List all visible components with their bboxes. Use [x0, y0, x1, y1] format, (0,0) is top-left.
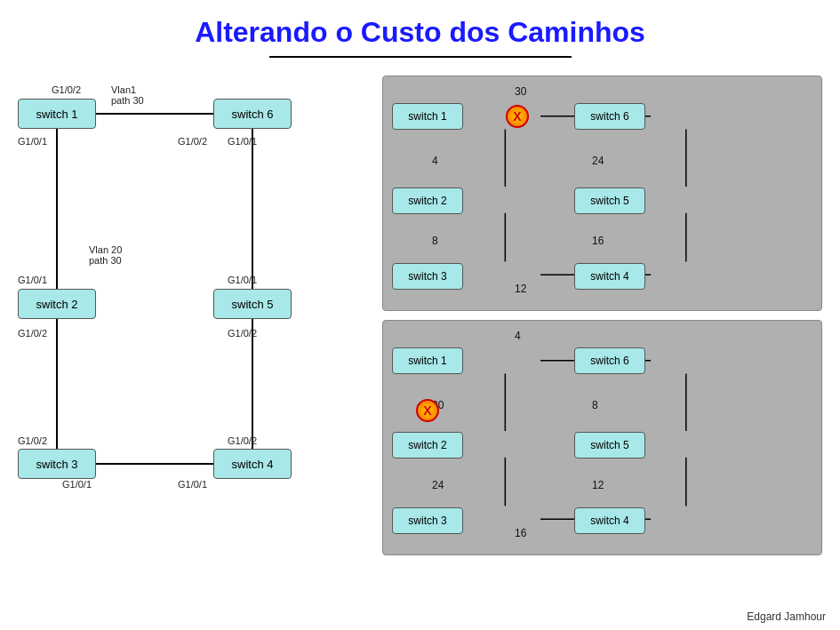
tree2-cost-right2: 12: [592, 479, 604, 491]
tree2-cost-right1: 8: [592, 399, 598, 411]
left-switch3: switch 3: [18, 449, 96, 479]
tree2-sw2: switch 2: [392, 432, 463, 459]
tree1-cost-right2: 16: [592, 235, 604, 247]
port-sw5-top: G1/0/1: [228, 275, 257, 285]
port-sw1-top: G1/0/2: [52, 84, 81, 95]
port-sw3-top: G1/0/2: [18, 435, 47, 446]
x-badge-tree2: X: [416, 399, 439, 422]
page-title: Alterando o Custo dos Caminhos: [0, 0, 840, 56]
tree2-sw6: switch 6: [574, 347, 645, 374]
tree1-cost-left1: 4: [432, 155, 438, 167]
tree2-sw5: switch 5: [574, 432, 645, 459]
x-badge-tree1: X: [506, 105, 529, 128]
tree1-cost-left2: 8: [432, 235, 438, 247]
port-sw5-bot: G1/0/2: [228, 328, 257, 339]
tree2-sw1: switch 1: [392, 347, 463, 374]
tree2-sw4: switch 4: [574, 507, 645, 534]
left-switch4: switch 4: [213, 449, 292, 479]
tree2-panel: X 4 30 8 24 12 16 switch 1 switch 6 swit…: [382, 320, 822, 555]
tree1-cost-bottom: 12: [515, 283, 526, 295]
tree1-sw3: switch 3: [392, 263, 463, 290]
tree1-sw5: switch 5: [574, 187, 645, 214]
port-sw2-top: G1/0/1: [18, 275, 47, 285]
left-switch6: switch 6: [213, 99, 292, 129]
port-sw1-left: G1/0/1: [18, 136, 47, 147]
port-sw4-left: G1/0/1: [178, 479, 207, 490]
tree1-sw2: switch 2: [392, 187, 463, 214]
port-sw6-right: G1/0/1: [228, 136, 257, 147]
tree1-sw4: switch 4: [574, 263, 645, 290]
tree1-sw6: switch 6: [574, 103, 645, 130]
port-sw3-right: G1/0/1: [62, 479, 92, 490]
port-sw4-top: G1/0/2: [228, 435, 257, 446]
tree1-panel: X 30 4 24 8 16 12 switch 1 switch 6 swit…: [382, 76, 822, 311]
tree2-cost-top: 4: [515, 330, 521, 342]
title-underline: [269, 56, 572, 58]
port-sw2-bot: G1/0/2: [18, 328, 47, 339]
vlan1-path: path 30: [111, 95, 144, 106]
tree1-cost-right1: 24: [592, 155, 604, 167]
vlan20-path: path 30: [89, 255, 122, 266]
tree1-cost-top: 30: [515, 85, 526, 98]
vlan1-label: Vlan1: [111, 84, 136, 95]
tree2-cost-left2: 24: [432, 479, 444, 491]
footer-credit: Edgard Jamhour: [747, 610, 826, 623]
left-switch2: switch 2: [18, 289, 96, 319]
port-sw6-left: G1/0/2: [178, 136, 207, 147]
left-switch1: switch 1: [18, 99, 96, 129]
vlan20-label: Vlan 20: [89, 244, 122, 255]
left-diagram: switch 1 switch 6 switch 2 switch 5 swit…: [18, 67, 364, 564]
tree2-sw3: switch 3: [392, 507, 463, 534]
left-switch5: switch 5: [213, 289, 292, 319]
tree2-cost-bottom: 16: [515, 527, 526, 539]
tree1-sw1: switch 1: [392, 103, 463, 130]
